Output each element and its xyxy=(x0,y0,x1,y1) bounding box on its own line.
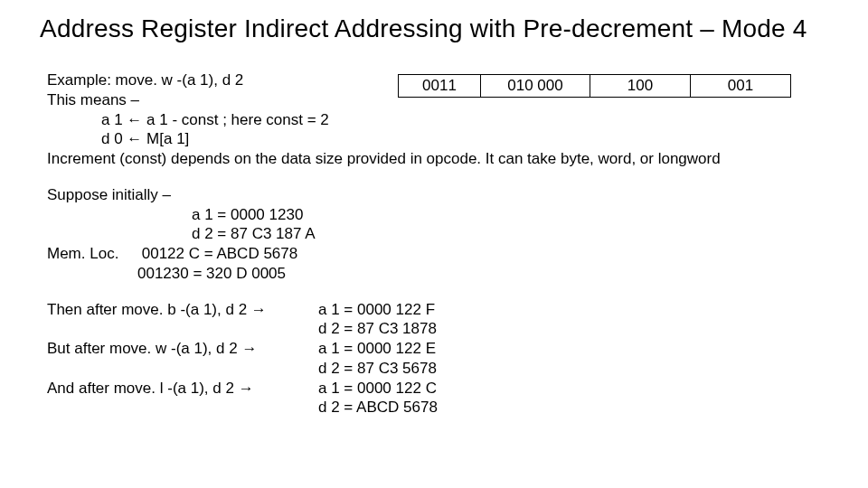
spacer xyxy=(47,398,318,418)
memloc-label: Mem. Loc. xyxy=(47,244,137,264)
results-block: Then after move. b -(a 1), d 2 → a 1 = 0… xyxy=(47,300,841,418)
init-a1: a 1 = 0000 1230 xyxy=(47,205,841,225)
res-b-a1: a 1 = 0000 122 F xyxy=(318,300,435,320)
but-w-label: But after move. w -(a 1), d 2 → xyxy=(47,339,318,359)
init-mem-row: Mem. Loc. 00122 C = ABCD 5678 xyxy=(47,244,841,264)
step-line-1: a 1 ← a 1 - const ; here const = 2 xyxy=(47,110,841,130)
init-d2: d 2 = 87 C3 187 A xyxy=(47,224,841,244)
increment-line: Increment (const) depends on the data si… xyxy=(47,149,841,169)
suppose-line: Suppose initially – xyxy=(47,185,841,205)
spacer xyxy=(47,319,318,339)
result-row-b2: d 2 = 87 C3 1878 xyxy=(47,319,841,339)
result-row-b1: Then after move. b -(a 1), d 2 → a 1 = 0… xyxy=(47,300,841,320)
slide-title: Address Register Indirect Addressing wit… xyxy=(40,14,807,43)
init-mem2: 001230 = 320 D 0005 xyxy=(47,264,841,284)
res-w-a1: a 1 = 0000 122 E xyxy=(318,339,436,359)
res-w-d2: d 2 = 87 C3 5678 xyxy=(318,359,437,379)
result-row-l1: And after move. l -(a 1), d 2 → a 1 = 00… xyxy=(47,379,841,399)
result-row-w1: But after move. w -(a 1), d 2 → a 1 = 00… xyxy=(47,339,841,359)
this-means-line: This means – xyxy=(47,90,841,110)
res-b-d2: d 2 = 87 C3 1878 xyxy=(318,319,437,339)
slide: Address Register Indirect Addressing wit… xyxy=(0,0,868,488)
then-b-label: Then after move. b -(a 1), d 2 → xyxy=(47,300,318,320)
spacer xyxy=(47,359,318,379)
example-line: Example: move. w -(a 1), d 2 xyxy=(47,70,841,90)
init-mem1: 00122 C = ABCD 5678 xyxy=(142,244,297,264)
res-l-a1: a 1 = 0000 122 C xyxy=(318,379,437,399)
and-l-label: And after move. l -(a 1), d 2 → xyxy=(47,379,318,399)
result-row-w2: d 2 = 87 C3 5678 xyxy=(47,359,841,379)
result-row-l2: d 2 = ABCD 5678 xyxy=(47,398,841,418)
slide-body: Example: move. w -(a 1), d 2 This means … xyxy=(47,70,841,418)
res-l-d2: d 2 = ABCD 5678 xyxy=(318,398,438,418)
step-line-2: d 0 ← M[a 1] xyxy=(47,129,841,149)
suppose-block: Suppose initially – a 1 = 0000 1230 d 2 … xyxy=(47,185,841,284)
